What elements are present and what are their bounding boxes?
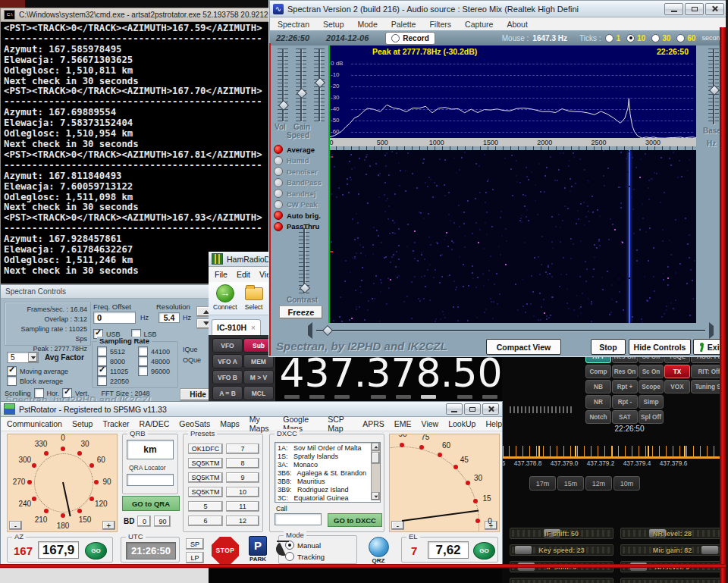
toggle-bandpass[interactable]: BandPass bbox=[274, 178, 322, 188]
az-input[interactable]: 167,9 bbox=[38, 541, 79, 559]
menu-item-mode[interactable]: Mode bbox=[357, 20, 377, 29]
minimize-button[interactable] bbox=[446, 403, 463, 415]
freq-offset-input[interactable]: 0 bbox=[93, 312, 136, 324]
sp-button[interactable]: SP bbox=[186, 538, 204, 550]
dxcc-list-item[interactable]: 1S: Spratly Islands bbox=[278, 453, 380, 461]
digit-down-marker[interactable] bbox=[334, 395, 350, 399]
tick-radio-60[interactable] bbox=[676, 34, 685, 42]
menu-item-eme[interactable]: EME bbox=[394, 419, 412, 428]
dxcc-scroll-thumb[interactable] bbox=[372, 452, 380, 464]
vfo-button-vfo[interactable]: VFO bbox=[212, 338, 243, 353]
menu-item-setup[interactable]: Setup bbox=[323, 20, 344, 29]
menu-item-filters[interactable]: Filters bbox=[429, 20, 451, 29]
contrast-slider[interactable] bbox=[299, 228, 309, 293]
rig-button-simp[interactable]: Simp bbox=[639, 395, 664, 409]
vfo-button-ab[interactable]: A = B bbox=[212, 386, 243, 400]
tuning-scale[interactable] bbox=[502, 446, 722, 459]
preset-button-11[interactable]: 11 bbox=[226, 501, 259, 512]
menu-item-edit[interactable]: Edit bbox=[237, 270, 250, 279]
gain-slider[interactable] bbox=[296, 49, 306, 121]
freq-digit[interactable]: 7 bbox=[391, 347, 416, 408]
tick-radio-1[interactable] bbox=[605, 34, 613, 42]
stop-rotor-button[interactable]: STOP bbox=[212, 537, 239, 564]
rate-option-96000[interactable]: 96000 bbox=[138, 366, 170, 376]
toggle-auto-brig-[interactable]: Auto brig. bbox=[274, 211, 322, 221]
el-go-button[interactable]: GO bbox=[473, 542, 495, 559]
frequency-display[interactable]: 437.378.500 bbox=[278, 347, 529, 408]
block-average-checkbox[interactable] bbox=[7, 376, 17, 386]
rig-button-spl-off[interactable]: Spl Off bbox=[639, 410, 664, 424]
freq-digit[interactable]: 3 bbox=[305, 347, 330, 408]
menu-item-communication[interactable]: Communication bbox=[7, 419, 62, 428]
vol-slider[interactable] bbox=[278, 49, 288, 121]
rate-checkbox-11025[interactable] bbox=[97, 366, 107, 376]
preset-button-7[interactable]: 7 bbox=[226, 444, 259, 454]
menu-item-lookup[interactable]: LookUp bbox=[448, 419, 475, 428]
menu-item-my-maps[interactable]: My Maps bbox=[249, 415, 273, 433]
waterfall-display[interactable] bbox=[328, 150, 696, 323]
azimuth-dial[interactable]: - + 0306090120150180210240270300330 bbox=[7, 434, 118, 532]
slider-nr-level[interactable]: NR level: 28 bbox=[620, 528, 724, 539]
go-to-dxcc-button[interactable]: GO to DXCC bbox=[328, 513, 382, 527]
digit-down-marker[interactable] bbox=[482, 395, 497, 399]
qra-locator-input[interactable] bbox=[127, 474, 174, 486]
freq-digit[interactable]: 5 bbox=[453, 347, 478, 408]
dxcc-scrollbar[interactable] bbox=[371, 443, 380, 500]
record-toggle[interactable]: Record bbox=[385, 32, 435, 45]
menu-item-palette[interactable]: Palette bbox=[391, 20, 416, 29]
avg-dropdown-arrow-icon[interactable] bbox=[28, 353, 38, 362]
freq-digit[interactable]: 3 bbox=[366, 347, 391, 408]
digit-down-marker[interactable] bbox=[309, 395, 325, 399]
dxcc-list-item[interactable]: 3B8: Mauritius bbox=[278, 478, 380, 486]
digit-down-marker[interactable] bbox=[396, 395, 411, 399]
qrz-button[interactable]: QRZ bbox=[364, 537, 393, 565]
dxcc-list-item[interactable]: 3C: Equatorial Guinea bbox=[278, 494, 380, 503]
rig-button-tx[interactable]: TX bbox=[664, 365, 690, 378]
rig-button-sat[interactable]: SAT bbox=[612, 410, 638, 424]
scroll-right-icon[interactable] bbox=[709, 326, 717, 335]
rate-checkbox-22050[interactable] bbox=[97, 376, 107, 386]
dxcc-list-item[interactable]: 3B6: Agalega & St. Brandon bbox=[278, 469, 380, 478]
avg-factor-select[interactable]: 5 bbox=[7, 352, 39, 363]
menu-item-maps[interactable]: Maps bbox=[220, 419, 240, 428]
scroll-thumb[interactable] bbox=[322, 325, 333, 336]
moving-average-checkbox[interactable] bbox=[7, 366, 17, 376]
freq-separator[interactable]: . bbox=[355, 347, 366, 408]
pan-scrollbar[interactable] bbox=[304, 325, 717, 335]
call-input[interactable] bbox=[275, 513, 322, 525]
tick-option-60[interactable]: 60 bbox=[676, 34, 695, 42]
elevation-dial[interactable]: - + 9075604530150 bbox=[389, 434, 500, 532]
compact-view-button[interactable]: Compact View bbox=[486, 339, 561, 355]
spectrum-plot[interactable]: Peak at 2777.78Hz (-30.2dB) 22:26:50 0 d… bbox=[328, 45, 696, 138]
freq-separator[interactable]: . bbox=[441, 347, 453, 408]
freq-digit[interactable]: 4 bbox=[280, 347, 305, 408]
freeze-button[interactable]: Freeze bbox=[279, 306, 323, 319]
tick-option-30[interactable]: 30 bbox=[651, 34, 670, 42]
rate-option-11025[interactable]: 11025 bbox=[97, 366, 129, 376]
tab-close-icon[interactable]: × bbox=[251, 324, 256, 332]
slider-key-speed[interactable]: Key speed: 23 bbox=[510, 544, 613, 556]
preset-button-4[interactable]: SQ5KTM bbox=[188, 487, 223, 497]
close-button[interactable] bbox=[705, 3, 724, 15]
digit-down-marker[interactable] bbox=[457, 395, 472, 399]
rig-button-rpt-[interactable]: Rpt - bbox=[612, 395, 638, 409]
connect-button[interactable]: → Connect bbox=[213, 284, 237, 315]
rig-button-sc-on[interactable]: Sc On bbox=[639, 365, 664, 378]
dxcc-scroll-up-icon[interactable] bbox=[372, 443, 380, 451]
maximize-button[interactable] bbox=[464, 403, 481, 415]
dxcc-list-item[interactable]: 1A: Sov Mil Order of Malta bbox=[278, 444, 380, 453]
rig-button-vox[interactable]: VOX bbox=[664, 380, 690, 393]
go-to-qra-button[interactable]: GO to QRA bbox=[122, 496, 180, 511]
digit-down-marker[interactable] bbox=[371, 395, 386, 399]
rig-button-rpt-[interactable]: Rpt + bbox=[612, 380, 638, 393]
menu-item-setup[interactable]: Setup bbox=[72, 419, 93, 428]
lp-button[interactable]: LP bbox=[186, 552, 204, 563]
menu-item-tracker[interactable]: Tracker bbox=[102, 419, 129, 428]
rig-button-comp[interactable]: Comp bbox=[585, 365, 611, 378]
preset-button-9[interactable]: 9 bbox=[226, 472, 259, 483]
el-input[interactable]: 7,62 bbox=[428, 541, 469, 559]
rate-checkbox-48000[interactable] bbox=[138, 356, 148, 366]
toggle-average[interactable]: Average bbox=[274, 145, 322, 155]
toggle-passthru[interactable]: PassThru bbox=[274, 222, 322, 232]
menu-item-geosats[interactable]: GeoSats bbox=[179, 419, 210, 428]
